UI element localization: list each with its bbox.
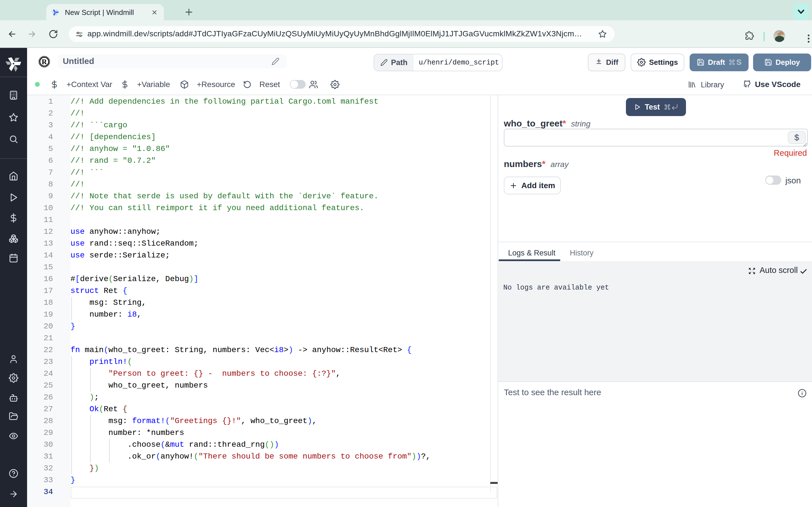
svg-text:R: R [42, 58, 47, 66]
